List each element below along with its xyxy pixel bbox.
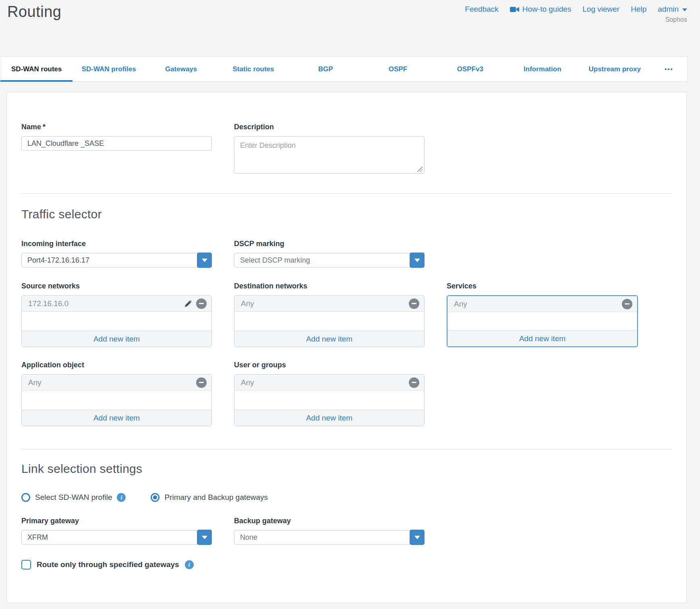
- radio-label: Select SD-WAN profile: [35, 493, 112, 502]
- listbox-empty-area: [447, 312, 637, 330]
- remove-item-icon[interactable]: [409, 298, 419, 309]
- edit-pencil-icon[interactable]: [183, 299, 193, 309]
- description-field-group: Description: [234, 123, 425, 175]
- tab-sdwan-routes[interactable]: SD-WAN routes: [0, 57, 72, 81]
- networks-services-row: Source networks 172.16.16.0 Add new item…: [21, 282, 672, 347]
- add-new-item-button[interactable]: Add new item: [22, 331, 211, 347]
- dropdown-toggle-button[interactable]: [410, 253, 425, 268]
- chevron-down-icon: [414, 259, 420, 262]
- add-new-item-button[interactable]: Add new item: [22, 410, 211, 426]
- dropdown-toggle-button[interactable]: [410, 530, 425, 545]
- add-new-item-button[interactable]: Add new item: [447, 330, 637, 346]
- list-item-label: Any: [241, 299, 409, 308]
- list-item-label: Any: [241, 378, 409, 387]
- tab-gateways[interactable]: Gateways: [145, 57, 217, 81]
- name-description-row: Name* Description: [21, 123, 672, 175]
- howto-guides-link[interactable]: How-to guides: [510, 5, 571, 14]
- user-or-groups-listbox: Any Add new item: [234, 374, 425, 426]
- remove-item-icon[interactable]: [196, 298, 207, 309]
- remove-item-icon[interactable]: [196, 377, 207, 388]
- primary-gateway-group: Primary gateway XFRM: [21, 517, 212, 545]
- help-link[interactable]: Help: [631, 5, 646, 14]
- list-item[interactable]: Any: [234, 296, 424, 312]
- radio-primary-backup-gateways[interactable]: Primary and Backup gateways: [151, 493, 268, 502]
- incoming-interface-value: Port4-172.16.16.17: [22, 256, 197, 265]
- page-header: Routing Feedback How-to guides Log viewe…: [0, 0, 700, 56]
- gateway-row: Primary gateway XFRM Backup gateway None: [21, 517, 672, 545]
- user-or-groups-group: User or groups Any Add new item: [234, 361, 425, 426]
- log-viewer-link[interactable]: Log viewer: [582, 5, 619, 14]
- add-new-item-button[interactable]: Add new item: [234, 331, 424, 347]
- list-item[interactable]: 172.16.16.0: [22, 296, 211, 312]
- tab-more-menu[interactable]: •••: [651, 57, 687, 81]
- user-or-groups-label: User or groups: [234, 361, 425, 369]
- info-icon[interactable]: i: [117, 493, 126, 502]
- services-group: Services Any Add new item: [447, 282, 638, 347]
- list-item-label: Any: [28, 378, 196, 387]
- add-new-item-button[interactable]: Add new item: [234, 410, 424, 426]
- application-object-listbox: Any Add new item: [21, 374, 212, 426]
- radio-label: Primary and Backup gateways: [164, 493, 268, 502]
- admin-menu[interactable]: admin: [658, 5, 687, 14]
- dscp-marking-value: Select DSCP marking: [234, 256, 410, 265]
- list-item[interactable]: Any: [447, 296, 637, 312]
- source-networks-group: Source networks 172.16.16.0 Add new item: [21, 282, 212, 347]
- account-name: Sophos: [465, 16, 687, 23]
- name-input[interactable]: [21, 136, 212, 151]
- listbox-empty-area: [22, 391, 211, 410]
- backup-gateway-label: Backup gateway: [234, 517, 425, 525]
- list-item[interactable]: Any: [22, 375, 211, 391]
- destination-networks-listbox: Any Add new item: [234, 295, 425, 347]
- application-users-row: Application object Any Add new item User…: [21, 361, 672, 426]
- info-icon[interactable]: i: [185, 560, 194, 569]
- destination-networks-group: Destination networks Any Add new item: [234, 282, 425, 347]
- application-object-label: Application object: [21, 361, 212, 369]
- dropdown-toggle-button[interactable]: [197, 253, 212, 268]
- tab-upstream-proxy[interactable]: Upstream proxy: [579, 57, 651, 81]
- services-listbox: Any Add new item: [447, 295, 638, 347]
- remove-item-icon[interactable]: [622, 299, 632, 309]
- listbox-empty-area: [234, 312, 424, 331]
- description-textarea[interactable]: [234, 136, 425, 174]
- sdwan-route-form: Name* Description Traffic selector Incom…: [6, 92, 687, 603]
- backup-gateway-group: Backup gateway None: [234, 517, 425, 545]
- listbox-empty-area: [234, 391, 424, 410]
- list-item[interactable]: Any: [234, 375, 424, 391]
- chevron-down-icon: [682, 8, 687, 11]
- tab-bgp[interactable]: BGP: [290, 57, 362, 81]
- route-only-checkbox[interactable]: [21, 560, 31, 570]
- video-camera-icon: [510, 6, 520, 13]
- dscp-marking-group: DSCP marking Select DSCP marking: [234, 240, 425, 267]
- radio-button-icon[interactable]: [21, 493, 30, 502]
- backup-gateway-select[interactable]: None: [234, 530, 425, 545]
- top-navigation: Feedback How-to guides Log viewer Help a…: [465, 5, 687, 23]
- dropdown-toggle-button[interactable]: [197, 530, 212, 545]
- list-item-label: Any: [454, 300, 622, 309]
- routing-tabbar: SD-WAN routes SD-WAN profiles Gateways S…: [0, 56, 688, 82]
- source-networks-label: Source networks: [21, 282, 212, 290]
- tab-information[interactable]: Information: [506, 57, 578, 81]
- route-only-checkbox-label: Route only through specified gateways: [37, 560, 179, 569]
- radio-select-sdwan-profile[interactable]: Select SD-WAN profile i: [21, 493, 126, 502]
- feedback-link[interactable]: Feedback: [465, 5, 498, 14]
- tab-ospfv3[interactable]: OSPFv3: [434, 57, 506, 81]
- route-only-checkbox-row: Route only through specified gateways i: [21, 560, 672, 570]
- name-field-group: Name*: [21, 123, 212, 175]
- tab-sdwan-profiles[interactable]: SD-WAN profiles: [72, 57, 145, 81]
- primary-gateway-select[interactable]: XFRM: [21, 530, 212, 545]
- chevron-down-icon: [202, 259, 207, 262]
- application-object-group: Application object Any Add new item: [21, 361, 212, 426]
- primary-gateway-label: Primary gateway: [21, 517, 212, 525]
- tab-ospf[interactable]: OSPF: [362, 57, 434, 81]
- remove-item-icon[interactable]: [409, 377, 419, 388]
- list-item-label: 172.16.16.0: [28, 299, 183, 308]
- page-title: Routing: [7, 3, 61, 21]
- incoming-interface-group: Incoming interface Port4-172.16.16.17: [21, 240, 212, 267]
- incoming-interface-select[interactable]: Port4-172.16.16.17: [21, 253, 212, 267]
- interface-dscp-row: Incoming interface Port4-172.16.16.17 DS…: [21, 240, 672, 267]
- tab-static-routes[interactable]: Static routes: [217, 57, 289, 81]
- name-label: Name*: [21, 123, 212, 131]
- radio-button-icon[interactable]: [151, 493, 159, 502]
- link-selection-heading: Link selection settings: [21, 462, 672, 476]
- dscp-marking-select[interactable]: Select DSCP marking: [234, 253, 425, 267]
